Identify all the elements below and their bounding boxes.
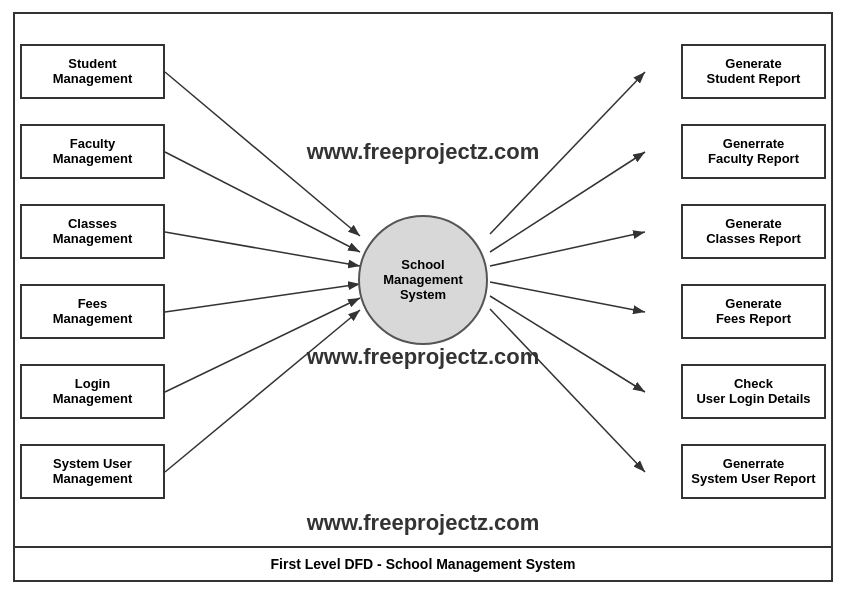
label-classes-management: ClassesManagement: [53, 216, 132, 246]
svg-line-9: [490, 232, 645, 266]
label-generate-classes-report: GenerateClasses Report: [706, 216, 801, 246]
footer-text: First Level DFD - School Management Syst…: [271, 556, 576, 572]
box-student-management: StudentManagement: [20, 44, 165, 99]
box-login-management: LoginManagement: [20, 364, 165, 419]
svg-line-4: [165, 284, 360, 312]
watermark-top: www.freeprojectz.com: [307, 139, 540, 165]
label-student-management: StudentManagement: [53, 56, 132, 86]
box-faculty-management: FacultyManagement: [20, 124, 165, 179]
box-classes-management: ClassesManagement: [20, 204, 165, 259]
svg-line-12: [490, 309, 645, 472]
svg-line-6: [165, 310, 360, 472]
label-generate-fees-report: GenerateFees Report: [716, 296, 791, 326]
label-check-user-login: CheckUser Login Details: [696, 376, 810, 406]
svg-line-3: [165, 232, 360, 266]
svg-line-7: [490, 72, 645, 234]
svg-line-2: [165, 152, 360, 252]
box-generate-student-report: GenerateStudent Report: [681, 44, 826, 99]
box-generate-fees-report: GenerateFees Report: [681, 284, 826, 339]
center-line3: System: [400, 287, 446, 302]
diagram-area: School Management System StudentManageme…: [15, 14, 831, 546]
diagram-wrapper: School Management System StudentManageme…: [13, 12, 833, 582]
label-login-management: LoginManagement: [53, 376, 132, 406]
box-generate-classes-report: GenerateClasses Report: [681, 204, 826, 259]
label-faculty-management: FacultyManagement: [53, 136, 132, 166]
footer-bar: First Level DFD - School Management Syst…: [15, 546, 831, 580]
box-check-user-login: CheckUser Login Details: [681, 364, 826, 419]
label-generate-system-user-report: GenerrateSystem User Report: [691, 456, 815, 486]
label-generate-faculty-report: GenerrateFaculty Report: [708, 136, 799, 166]
svg-line-1: [165, 72, 360, 236]
outer-container: School Management System StudentManageme…: [0, 0, 846, 593]
svg-line-11: [490, 296, 645, 392]
center-line2: Management: [383, 272, 462, 287]
label-generate-student-report: GenerateStudent Report: [707, 56, 801, 86]
svg-line-8: [490, 152, 645, 252]
label-fees-management: FeesManagement: [53, 296, 132, 326]
box-fees-management: FeesManagement: [20, 284, 165, 339]
center-circle: School Management System: [358, 215, 488, 345]
svg-line-5: [165, 298, 360, 392]
label-system-user-management: System UserManagement: [53, 456, 132, 486]
box-generate-system-user-report: GenerrateSystem User Report: [681, 444, 826, 499]
watermark-bottom: www.freeprojectz.com: [307, 510, 540, 536]
center-line1: School: [401, 257, 444, 272]
watermark-middle: www.freeprojectz.com: [307, 344, 540, 370]
svg-line-10: [490, 282, 645, 312]
box-generate-faculty-report: GenerrateFaculty Report: [681, 124, 826, 179]
box-system-user-management: System UserManagement: [20, 444, 165, 499]
